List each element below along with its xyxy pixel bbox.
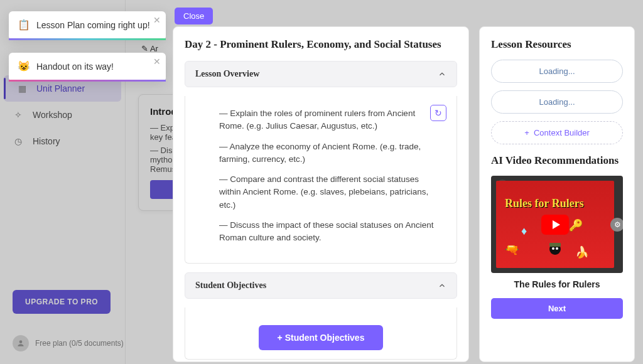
character-icon (544, 242, 566, 263)
cat-icon: 😺 (18, 60, 30, 72)
toast-handout: 😺 Handout on its way! ✕ (9, 53, 166, 82)
play-icon (541, 215, 569, 235)
section-body-overview: ↻ — Explain the roles of prominent ruler… (185, 96, 457, 264)
overview-bullet: — Analyze the economy of Ancient Rome. (… (219, 141, 441, 166)
section-header[interactable]: Lesson Overview (185, 62, 457, 87)
resources-panel: Lesson Resources Loading... Loading... +… (479, 26, 635, 362)
overview-bullet: — Compare and contrast the different soc… (219, 173, 441, 211)
close-button[interactable]: Close (175, 8, 213, 24)
resource-loading[interactable]: Loading... (491, 90, 623, 114)
lesson-title: Day 2 - Prominent Rulers, Economy, and S… (185, 38, 457, 51)
svg-point-2 (552, 247, 554, 250)
section-header[interactable]: Student Objectives (185, 273, 457, 298)
toast-close[interactable]: ✕ (153, 56, 161, 67)
section-body-objectives: + Student Objectives (185, 308, 457, 360)
toast-lesson-plan: 📋 Lesson Plan coming right up! ✕ (9, 11, 166, 40)
video-thumbnail[interactable]: ⚙ The Rules for Rule... Rules for Rulers… (491, 176, 623, 273)
overview-bullet: — Explain the roles of prominent rulers … (219, 107, 441, 133)
chevron-up-icon (438, 70, 446, 78)
svg-point-3 (556, 247, 558, 250)
section-student-objectives: Student Objectives (185, 272, 457, 299)
overview-bullet: — Discuss the impact of these social sta… (219, 219, 441, 245)
video-caption: The Rules for Rulers (491, 279, 623, 289)
plus-icon: + (278, 333, 283, 343)
plus-icon: + (524, 128, 529, 137)
chevron-up-icon (438, 281, 446, 290)
lesson-panel: Day 2 - Prominent Rulers, Economy, and S… (173, 26, 469, 362)
video-heading: AI Video Recommendations (491, 154, 623, 167)
section-lesson-overview: Lesson Overview (185, 61, 457, 87)
regenerate-button[interactable]: ↻ (430, 105, 446, 121)
next-button[interactable]: Next (491, 298, 623, 319)
toast-close[interactable]: ✕ (153, 15, 161, 25)
gear-icon: ⚙ (610, 218, 623, 232)
resources-heading: Lesson Resources (491, 38, 623, 51)
clipboard-icon: 📋 (18, 19, 30, 31)
svg-rect-4 (549, 243, 561, 247)
add-student-objectives-button[interactable]: + Student Objectives (259, 325, 384, 350)
context-builder[interactable]: + Context Builder (491, 121, 623, 144)
resource-loading[interactable]: Loading... (491, 60, 623, 83)
